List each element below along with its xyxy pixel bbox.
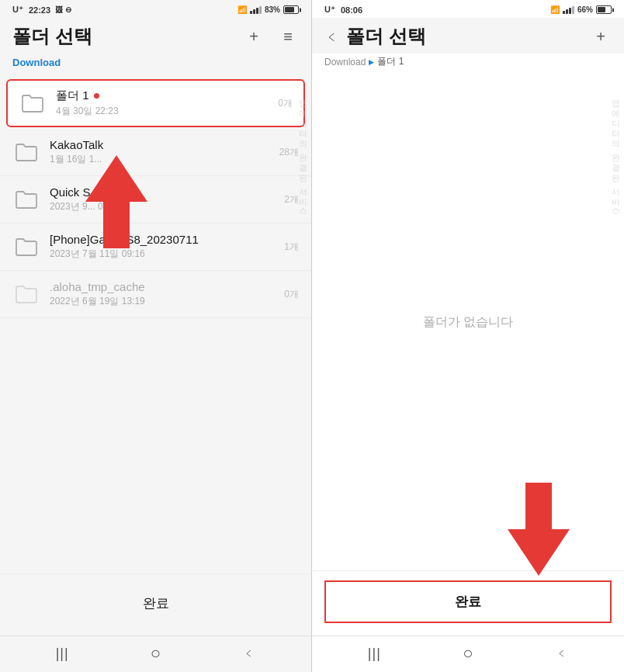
header-left: 폴더 선택 + ≡ bbox=[0, 18, 311, 54]
folder-count-3: 2개 bbox=[284, 193, 299, 206]
folder-icon-4 bbox=[12, 233, 40, 261]
done-button-right[interactable]: 완료 bbox=[324, 580, 612, 623]
status-right-right: 📶 66% bbox=[550, 5, 612, 14]
header-icons-right: + bbox=[590, 26, 612, 47]
page-title-left: 폴더 선택 bbox=[12, 24, 243, 49]
battery-fill-right bbox=[598, 7, 605, 12]
signal-bar-4 bbox=[259, 6, 262, 14]
folder-icon-5 bbox=[12, 280, 40, 308]
menu-button-left[interactable]: ≡ bbox=[277, 26, 299, 47]
nav-back-left[interactable]: ﹤ bbox=[234, 644, 265, 663]
status-left-right: U⁺ 08:06 bbox=[324, 5, 362, 15]
battery-icon-left bbox=[283, 5, 299, 14]
breadcrumb-current: 폴더 1 bbox=[377, 55, 404, 68]
folder-name-3: Quick S... bbox=[50, 185, 284, 199]
folder-count-1: 0개 bbox=[278, 97, 293, 110]
carrier-right: U⁺ bbox=[324, 5, 335, 15]
time-left: 22:23 bbox=[29, 5, 50, 15]
folder-date-1: 4월 30일 22:23 bbox=[56, 105, 278, 118]
folder-icon-1 bbox=[19, 89, 47, 117]
folder-info-5: .aloha_tmp_cache 2022년 6월 19일 13:19 bbox=[50, 280, 284, 308]
folder-icon-3 bbox=[12, 185, 40, 213]
battery-icon-right bbox=[596, 5, 612, 14]
folder-date-4: 2023년 7월 11일 09:16 bbox=[50, 248, 284, 261]
breadcrumb-separator: ▶ bbox=[369, 58, 374, 66]
folder-date-2: 1월 16일 1... bbox=[50, 153, 279, 166]
nav-home-left[interactable]: ○ bbox=[140, 644, 171, 663]
folder-info-1: 폴더 1 4월 30일 22:23 bbox=[56, 88, 278, 118]
signal-bar-1 bbox=[250, 11, 252, 14]
folder-item-3[interactable]: Quick S... 2023년 9... 0:26 2개 bbox=[0, 176, 311, 223]
done-button-left[interactable]: 완료 bbox=[12, 584, 299, 623]
folder-list-left: 폴더 1 4월 30일 22:23 0개 KakaoTalk 1월 16일 1.… bbox=[0, 74, 311, 573]
header-right: ﹤ 폴더 선택 + bbox=[312, 18, 624, 54]
status-bar-left: U⁺ 22:23 🖼 ⊖ 📶 83% bbox=[0, 0, 311, 18]
nav-back-right[interactable]: ﹤ bbox=[546, 644, 577, 663]
signal-bar-r4 bbox=[572, 6, 574, 14]
folder-info-2: KakaoTalk 1월 16일 1... bbox=[50, 138, 279, 166]
add-folder-button-left[interactable]: + bbox=[243, 26, 265, 47]
new-dot-1 bbox=[94, 93, 99, 99]
bottom-area-right: 완료 bbox=[312, 570, 624, 636]
folder-count-2: 28개 bbox=[279, 146, 299, 159]
folder-name-1: 폴더 1 bbox=[56, 88, 278, 103]
status-bar-right: U⁺ 08:06 📶 66% bbox=[312, 0, 624, 18]
nav-menu-left[interactable]: ||| bbox=[47, 644, 78, 663]
add-folder-button-right[interactable]: + bbox=[590, 26, 612, 47]
right-phone-screen: U⁺ 08:06 📶 66% ﹤ 폴더 선택 + Down bbox=[312, 0, 624, 672]
folder-info-3: Quick S... 2023년 9... 0:26 bbox=[50, 185, 284, 213]
folder-icon-2 bbox=[12, 138, 40, 166]
mute-icon: ⊖ bbox=[65, 5, 71, 14]
signal-bars-right bbox=[563, 6, 574, 14]
signal-bar-r3 bbox=[569, 8, 571, 14]
wifi-icon-right: 📶 bbox=[550, 5, 560, 14]
header-icons-left: + ≡ bbox=[243, 26, 299, 47]
left-phone-screen: U⁺ 22:23 🖼 ⊖ 📶 83% 폴더 선택 + ≡ bbox=[0, 0, 312, 672]
folder-item-1[interactable]: 폴더 1 4월 30일 22:23 0개 bbox=[6, 79, 305, 127]
folder-item-5[interactable]: .aloha_tmp_cache 2022년 6월 19일 13:19 0개 bbox=[0, 271, 311, 318]
folder-item-2[interactable]: KakaoTalk 1월 16일 1... 28개 bbox=[0, 129, 311, 176]
folder-name-2: KakaoTalk bbox=[50, 138, 279, 151]
signal-bar-2 bbox=[253, 9, 255, 14]
nav-menu-right[interactable]: ||| bbox=[359, 644, 390, 663]
folder-count-5: 0개 bbox=[284, 288, 299, 301]
time-right: 08:06 bbox=[341, 5, 362, 15]
signal-bar-r2 bbox=[566, 9, 568, 14]
battery-fill-left bbox=[285, 7, 294, 12]
signal-bar-r1 bbox=[563, 11, 565, 14]
folder-date-5: 2022년 6월 19일 13:19 bbox=[50, 295, 284, 308]
battery-pct-left: 83% bbox=[265, 5, 280, 14]
battery-pct-right: 66% bbox=[577, 5, 593, 14]
breadcrumb-right: Download ▶ 폴더 1 bbox=[312, 54, 624, 74]
nav-bar-right: ||| ○ ﹤ bbox=[312, 636, 624, 672]
folder-info-4: [Phone]GalaxyS8_20230711 2023년 7월 11일 09… bbox=[50, 233, 284, 261]
nav-home-right[interactable]: ○ bbox=[452, 644, 484, 663]
carrier-left: U⁺ bbox=[12, 5, 23, 15]
breadcrumb-left[interactable]: Download bbox=[0, 54, 311, 74]
wifi-icon-left: 📶 bbox=[237, 5, 247, 14]
empty-state: 폴더가 없습니다 bbox=[312, 74, 624, 570]
breadcrumb-root[interactable]: Download bbox=[324, 57, 366, 68]
folder-count-4: 1개 bbox=[284, 241, 299, 254]
photo-icon: 🖼 bbox=[55, 5, 63, 14]
folder-date-3: 2023년 9... 0:26 bbox=[50, 200, 284, 213]
status-left: U⁺ 22:23 🖼 ⊖ bbox=[12, 5, 71, 15]
signal-bar-3 bbox=[256, 8, 258, 14]
bottom-area-left: 완료 bbox=[0, 573, 311, 636]
folder-name-4: [Phone]GalaxyS8_20230711 bbox=[50, 233, 284, 246]
back-button-right[interactable]: ﹤ bbox=[324, 26, 340, 47]
folder-name-5: .aloha_tmp_cache bbox=[50, 280, 284, 293]
signal-bars-left bbox=[250, 6, 262, 14]
nav-bar-left: ||| ○ ﹤ bbox=[0, 636, 311, 672]
status-right-left: 📶 83% bbox=[237, 5, 299, 14]
folder-item-4[interactable]: [Phone]GalaxyS8_20230711 2023년 7월 11일 09… bbox=[0, 223, 311, 271]
page-title-right: 폴더 선택 bbox=[346, 24, 590, 49]
